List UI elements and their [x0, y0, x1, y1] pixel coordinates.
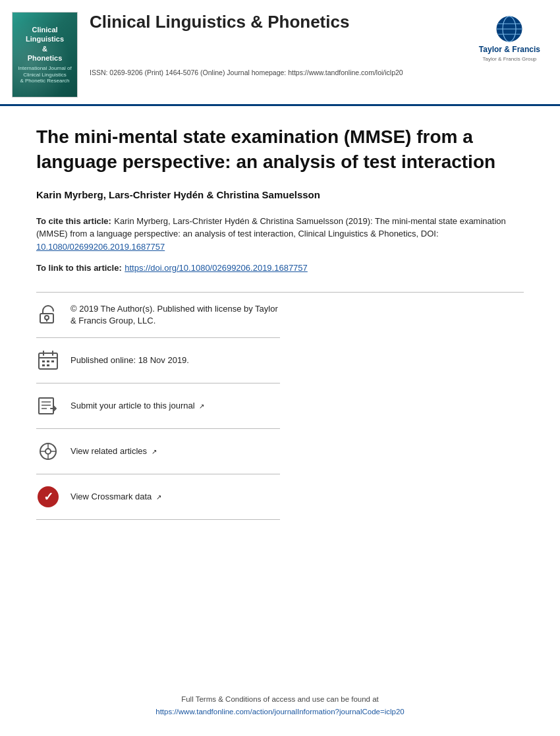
- tf-globe-icon: [495, 15, 523, 43]
- cite-doi-link[interactable]: 10.1080/02699206.2019.1687757: [36, 242, 165, 252]
- issn-line: ISSN: 0269-9206 (Print) 1464-5076 (Onlin…: [90, 69, 403, 76]
- svg-point-22: [45, 449, 51, 454]
- crossmark-item[interactable]: ✓ View Crossmark data ↗: [36, 474, 280, 520]
- svg-rect-17: [39, 398, 53, 414]
- open-access-icon: [36, 303, 60, 327]
- crossmark-external-icon: ↗: [156, 494, 161, 501]
- tf-subbrand-text: Taylor & Francis Group: [483, 56, 537, 62]
- footer-url[interactable]: https://www.tandfonline.com/action/journ…: [155, 708, 404, 716]
- article-authors: Karin Myrberg, Lars-Christer Hydén & Chr…: [36, 189, 524, 200]
- calendar-icon: [36, 349, 60, 372]
- submit-article-item[interactable]: Submit your article to this journal ↗: [36, 383, 280, 429]
- footer-line1: Full Terms & Conditions of access and us…: [0, 693, 560, 705]
- citation-block: To cite this article: Karin Myrberg, Lar…: [36, 215, 524, 252]
- svg-point-6: [45, 316, 49, 320]
- footer-line2: https://www.tandfonline.com/action/journ…: [0, 706, 560, 718]
- footer: Full Terms & Conditions of access and us…: [0, 693, 560, 718]
- submit-icon: [36, 394, 60, 418]
- svg-rect-12: [42, 360, 45, 362]
- header-left: ClinicalLinguistics&Phonetics Internatio…: [12, 12, 403, 98]
- article-doi-link[interactable]: https://doi.org/10.1080/02699206.2019.16…: [125, 263, 308, 273]
- published-online-text: Published online: 18 Nov 2019.: [70, 354, 189, 366]
- header: ClinicalLinguistics&Phonetics Internatio…: [0, 0, 560, 106]
- journal-title: Clinical Linguistics & Phonetics: [90, 12, 403, 32]
- link-block: To link to this article: https://doi.org…: [36, 262, 524, 273]
- journal-cover: ClinicalLinguistics&Phonetics Internatio…: [12, 12, 78, 98]
- article-title: The mini-mental state examination (MMSE)…: [36, 125, 524, 175]
- info-section: © 2019 The Author(s). Published with lic…: [36, 292, 524, 520]
- open-access-text: © 2019 The Author(s). Published with lic…: [70, 303, 280, 327]
- main-content: The mini-mental state examination (MMSE)…: [0, 106, 560, 538]
- link-label: To link to this article:: [36, 263, 122, 273]
- header-journal-info: Clinical Linguistics & Phonetics ISSN: 0…: [90, 12, 403, 82]
- published-online-item: Published online: 18 Nov 2019.: [36, 338, 280, 383]
- open-access-item: © 2019 The Author(s). Published with lic…: [36, 293, 280, 338]
- svg-text:✓: ✓: [43, 490, 53, 503]
- tf-brand-text: Taylor & Francis: [479, 45, 540, 54]
- page-wrapper: ClinicalLinguistics&Phonetics Internatio…: [0, 0, 560, 736]
- cover-subtitle: International Journal ofClinical Linguis…: [18, 65, 71, 84]
- svg-rect-15: [42, 364, 45, 366]
- related-articles-item[interactable]: View related articles ↗: [36, 429, 280, 474]
- tf-logo: Taylor & Francis Taylor & Francis Group: [479, 12, 540, 62]
- crossmark-text: View Crossmark data ↗: [70, 491, 161, 503]
- submit-external-icon: ↗: [199, 403, 204, 410]
- submit-article-text: Submit your article to this journal ↗: [70, 400, 204, 412]
- crossmark-icon: ✓: [36, 485, 60, 509]
- cite-label: To cite this article:: [36, 216, 111, 226]
- svg-rect-14: [51, 360, 54, 362]
- svg-rect-16: [47, 364, 49, 366]
- svg-rect-13: [47, 360, 49, 362]
- related-articles-text: View related articles ↗: [70, 445, 157, 457]
- related-external-icon: ↗: [152, 448, 157, 455]
- cover-title: ClinicalLinguistics&Phonetics: [26, 25, 64, 63]
- related-articles-icon: [36, 439, 60, 463]
